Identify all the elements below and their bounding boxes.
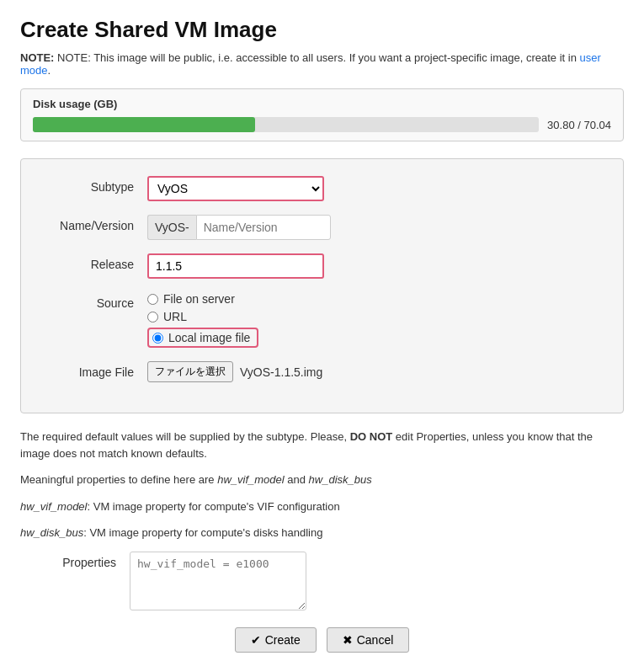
release-row: Release — [38, 253, 598, 279]
progress-bar-bg — [33, 117, 539, 132]
source-url[interactable]: URL — [147, 310, 598, 323]
create-icon: ✔ — [251, 633, 261, 647]
progress-bar-container: 30.80 / 70.04 — [33, 117, 611, 132]
image-file-row: Image File ファイルを選択 VyOS-1.1.5.img — [38, 361, 598, 382]
progress-text: 30.80 / 70.04 — [547, 119, 611, 131]
disk-usage-box: Disk usage (GB) 30.80 / 70.04 — [20, 88, 624, 141]
image-file-group: ファイルを選択 VyOS-1.1.5.img — [147, 361, 598, 382]
progress-bar-fill — [33, 117, 255, 132]
radio-local-image-file[interactable] — [152, 333, 163, 344]
radio-local-image-file-label: Local image file — [168, 331, 250, 344]
source-control: File on server URL Local image file — [147, 292, 598, 348]
note-text: NOTE: NOTE: This image will be public, i… — [20, 51, 624, 77]
name-version-row: Name/Version VyOS- — [38, 215, 598, 240]
name-version-label: Name/Version — [38, 215, 147, 232]
create-button[interactable]: ✔ Create — [235, 627, 317, 653]
properties-label: Properties — [20, 552, 130, 569]
radio-url[interactable] — [147, 312, 158, 323]
info-block-2: Meaningful properties to define here are… — [20, 472, 624, 488]
cancel-icon: ✖ — [343, 633, 353, 647]
info-block-4: hw_disk_bus: VM image property for compu… — [20, 525, 624, 541]
page-title: Create Shared VM Image — [20, 17, 624, 43]
release-control — [147, 253, 598, 279]
release-label: Release — [38, 253, 147, 271]
subtype-label: Subtype — [38, 176, 147, 194]
image-file-control: ファイルを選択 VyOS-1.1.5.img — [147, 361, 598, 382]
radio-url-label: URL — [163, 310, 187, 323]
subtype-select[interactable]: VyOS Ubuntu CentOS Debian — [147, 176, 324, 201]
info-block-1: The required default values will be supp… — [20, 429, 624, 461]
info-block-3: hw_vif_model: VM image property for comp… — [20, 498, 624, 515]
name-version-control: VyOS- — [147, 215, 598, 240]
name-version-group: VyOS- — [147, 215, 598, 240]
cancel-button[interactable]: ✖ Cancel — [327, 627, 410, 653]
name-version-input[interactable] — [196, 215, 331, 240]
disk-usage-label: Disk usage (GB) — [33, 98, 611, 110]
image-file-label: Image File — [38, 361, 147, 379]
create-label: Create — [265, 633, 301, 647]
subtype-row: Subtype VyOS Ubuntu CentOS Debian — [38, 176, 598, 201]
cancel-label: Cancel — [357, 633, 394, 647]
source-label: Source — [38, 292, 147, 310]
properties-section: Properties — [20, 552, 624, 610]
source-row: Source File on server URL Local image fi… — [38, 292, 598, 348]
subtype-control: VyOS Ubuntu CentOS Debian — [147, 176, 598, 201]
source-local-image-file[interactable]: Local image file — [147, 328, 258, 348]
source-file-on-server[interactable]: File on server — [147, 292, 598, 306]
file-select-button[interactable]: ファイルを選択 — [147, 361, 233, 382]
button-row: ✔ Create ✖ Cancel — [20, 627, 624, 653]
properties-textarea[interactable] — [130, 552, 306, 610]
release-input[interactable] — [147, 253, 324, 279]
radio-file-on-server-label: File on server — [163, 292, 235, 306]
file-name: VyOS-1.1.5.img — [240, 365, 322, 379]
name-prefix: VyOS- — [147, 215, 196, 240]
radio-file-on-server[interactable] — [147, 294, 158, 305]
form-box: Subtype VyOS Ubuntu CentOS Debian Name/V… — [20, 158, 624, 413]
